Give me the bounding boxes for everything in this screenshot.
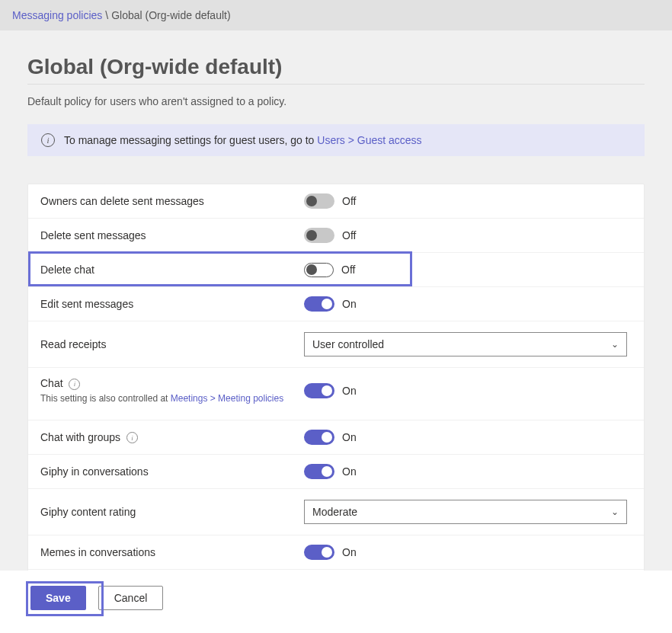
- toggle-state-label: On: [342, 546, 357, 558]
- setting-row-chat-with-groups: Chat with groups i On: [28, 420, 644, 455]
- info-icon[interactable]: i: [69, 379, 80, 390]
- setting-label: Giphy in conversations: [40, 465, 304, 478]
- select-giphy-rating[interactable]: Moderate ⌄: [304, 500, 627, 524]
- toggle-state-label: On: [342, 431, 357, 443]
- setting-row-read-receipts: Read receipts User controlled ⌄: [28, 321, 644, 368]
- title-divider: [27, 84, 645, 85]
- info-banner: i To manage messaging settings for guest…: [27, 124, 645, 156]
- info-banner-prefix: To manage messaging settings for guest u…: [64, 134, 317, 146]
- cancel-button[interactable]: Cancel: [98, 586, 164, 610]
- page-title: Global (Org-wide default): [27, 55, 645, 79]
- setting-row-memes: Memes in conversations On: [28, 535, 644, 570]
- footer: Save Cancel: [0, 571, 672, 633]
- select-read-receipts-value: User controlled: [312, 338, 384, 350]
- toggle-owners-delete[interactable]: [304, 193, 334, 209]
- setting-label: Chat: [40, 377, 63, 389]
- select-read-receipts[interactable]: User controlled ⌄: [304, 332, 627, 356]
- breadcrumb-separator: \: [105, 9, 108, 21]
- helper-link-meeting-policies[interactable]: Meetings > Meeting policies: [171, 393, 283, 404]
- settings-card: Owners can delete sent messages Off Dele…: [27, 184, 645, 571]
- breadcrumb-parent-link[interactable]: Messaging policies: [12, 9, 102, 21]
- toggle-delete-sent[interactable]: [304, 228, 334, 243]
- toggle-state-label: On: [342, 298, 357, 310]
- toggle-chat-with-groups[interactable]: [304, 430, 334, 445]
- setting-row-giphy: Giphy in conversations On: [28, 455, 644, 489]
- setting-label: Read receipts: [40, 338, 304, 350]
- setting-label: Delete chat: [40, 264, 304, 276]
- toggle-memes[interactable]: [304, 545, 334, 560]
- chevron-down-icon: ⌄: [611, 507, 619, 517]
- toggle-delete-chat[interactable]: [304, 263, 334, 277]
- setting-row-owners-delete: Owners can delete sent messages Off: [28, 184, 644, 219]
- chevron-down-icon: ⌄: [611, 339, 619, 350]
- setting-row-giphy-rating: Giphy content rating Moderate ⌄: [28, 489, 644, 535]
- toggle-state-label: Off: [341, 264, 355, 276]
- setting-label: Delete sent messages: [40, 229, 304, 241]
- save-button[interactable]: Save: [30, 586, 86, 610]
- info-banner-text: To manage messaging settings for guest u…: [64, 134, 422, 146]
- setting-label: Chat with groups: [40, 431, 120, 443]
- toggle-state-label: Off: [342, 229, 356, 241]
- info-icon: i: [41, 133, 55, 147]
- breadcrumb-current: Global (Org-wide default): [111, 9, 230, 21]
- breadcrumb: Messaging policies \ Global (Org-wide de…: [0, 0, 672, 30]
- toggle-giphy[interactable]: [304, 464, 334, 479]
- setting-row-chat: Chat i This setting is also controlled a…: [28, 368, 644, 420]
- page-subtitle: Default policy for users who aren't assi…: [27, 95, 645, 107]
- setting-row-edit-sent: Edit sent messages On: [28, 287, 644, 321]
- setting-label: Memes in conversations: [40, 546, 304, 558]
- setting-helper-text: This setting is also controlled at Meeti…: [40, 393, 284, 404]
- setting-label: Edit sent messages: [40, 298, 304, 310]
- toggle-state-label: Off: [342, 195, 356, 207]
- setting-row-delete-sent: Delete sent messages Off: [28, 219, 644, 253]
- setting-label: Giphy content rating: [40, 506, 304, 518]
- info-banner-link[interactable]: Users > Guest access: [317, 134, 421, 146]
- toggle-chat[interactable]: [304, 383, 334, 398]
- helper-prefix: This setting is also controlled at: [40, 393, 171, 404]
- toggle-edit-sent[interactable]: [304, 296, 334, 312]
- toggle-state-label: On: [342, 465, 357, 478]
- toggle-state-label: On: [342, 385, 357, 397]
- setting-label: Owners can delete sent messages: [40, 195, 304, 207]
- setting-row-delete-chat: Delete chat Off: [28, 253, 644, 287]
- info-icon[interactable]: i: [126, 432, 138, 443]
- select-giphy-rating-value: Moderate: [312, 506, 357, 518]
